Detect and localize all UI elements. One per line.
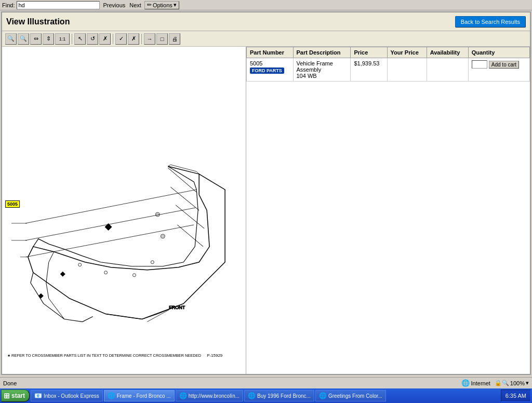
previous-button[interactable]: Previous: [102, 2, 126, 8]
rect-button[interactable]: □: [156, 33, 168, 45]
taskbar-buy-button[interactable]: 🌐 Buy 1996 Ford Bronc...: [244, 390, 314, 401]
svg-line-7: [26, 225, 194, 257]
rotate-left-button[interactable]: ↺: [87, 33, 98, 45]
taskbar-buy-label: Buy 1996 Ford Bronc...: [257, 393, 311, 399]
taskbar-outlook-label: Inbox - Outlook Express: [44, 393, 99, 399]
svg-line-6: [25, 208, 195, 240]
actual-size-icon: 1:1: [59, 36, 66, 42]
svg-line-4: [168, 166, 199, 174]
price-cell: $1,939.53: [351, 58, 387, 82]
select-icon: ↖: [78, 35, 83, 42]
svg-text:P-15929: P-15929: [207, 353, 223, 358]
parts-table: Part Number Part Description Price Your …: [246, 47, 530, 82]
select-button[interactable]: ↖: [74, 33, 86, 45]
toolbar-separator-3: [141, 34, 142, 44]
find-input[interactable]: [17, 1, 100, 9]
arrow-button[interactable]: →: [144, 33, 155, 45]
svg-point-18: [161, 234, 165, 238]
zoom-out-icon: 🔍: [20, 35, 27, 42]
svg-line-5: [25, 190, 196, 223]
clock-area: 6:35 AM: [501, 389, 531, 402]
rotate-left-icon: ↺: [90, 35, 95, 42]
col-part-description: Part Description: [293, 47, 351, 58]
zoom-in-icon: 🔍: [7, 35, 15, 42]
your-price-cell: [387, 58, 427, 82]
confirm-icon: ✓: [119, 35, 124, 42]
zoom-level: 100%: [510, 380, 525, 386]
start-button[interactable]: ⊞ start: [1, 389, 30, 402]
view-header: View Illustration Back to Search Results: [2, 12, 530, 31]
globe-icon: 🌐: [461, 379, 470, 387]
clock-time: 6:35 AM: [506, 393, 526, 399]
svg-text:★ REFER TO CROSSMEMBER PARTS L: ★ REFER TO CROSSMEMBER PARTS LIST IN TEX…: [7, 353, 202, 358]
svg-point-16: [155, 212, 159, 217]
zoom-in-button[interactable]: 🔍: [5, 33, 17, 45]
fit-height-icon: ⇕: [46, 35, 51, 42]
taskbar-greetings-button[interactable]: 🌐 Greetings From Color...: [315, 390, 386, 401]
delete-icon: ✗: [103, 35, 108, 42]
fit-width-icon: ⇔: [34, 35, 38, 42]
find-toolbar: Find: Previous Next ✏ Options ▾: [0, 0, 532, 10]
taskbar-bronco-url-button[interactable]: 🌐 http://www.broncolín...: [176, 390, 243, 401]
svg-marker-11: [105, 223, 112, 231]
find-label: Find:: [2, 2, 15, 8]
parts-panel: Part Number Part Description Price Your …: [246, 47, 530, 374]
taskbar-url-label: http://www.broncolín...: [189, 393, 240, 399]
svg-point-20: [151, 261, 154, 264]
magnify-icon: 🔍: [502, 380, 509, 386]
svg-point-21: [132, 274, 136, 277]
quantity-cell: Add to cart: [468, 58, 529, 82]
availability-cell: [427, 58, 468, 82]
print-button[interactable]: 🖨: [169, 33, 180, 45]
frame-illustration: FRONT: [2, 47, 246, 374]
status-text: Done: [3, 380, 461, 386]
fit-height-button[interactable]: ⇕: [43, 33, 54, 45]
toolbar-separator-2: [113, 34, 113, 44]
confirm-button[interactable]: ✓: [115, 33, 127, 45]
delete-button[interactable]: ✗: [99, 33, 111, 45]
col-your-price: Your Price: [387, 47, 427, 58]
cancel-icon: ✗: [131, 35, 136, 42]
icon-toolbar: 🔍 🔍 ⇔ ⇕ 1:1 ↖ ↺ ✗ ✓ ✗ →: [2, 31, 530, 47]
taskbar: ⊞ start 📧 Inbox - Outlook Express 🌐 Fram…: [0, 388, 532, 403]
desc-line2: Assembly: [297, 66, 348, 73]
actual-size-button[interactable]: 1:1: [55, 33, 70, 45]
zoom-out-button[interactable]: 🔍: [18, 33, 29, 45]
ie-icon-2: 🌐: [179, 392, 187, 399]
outlook-icon: 📧: [34, 392, 42, 399]
page-title: View Illustration: [6, 17, 70, 26]
status-bar: Done 🌐 Internet 🔒 🔍 100% ▾: [0, 377, 532, 388]
ford-parts-badge: FORD PARTS: [250, 68, 284, 74]
quantity-input[interactable]: [472, 60, 487, 69]
svg-marker-12: [60, 272, 65, 277]
desc-line3: 104 WB: [297, 73, 348, 79]
col-quantity: Quantity: [468, 47, 529, 58]
svg-line-3: [177, 225, 203, 247]
table-row: 5005 FORD PARTS Vehicle Frame Assembly 1…: [247, 58, 530, 82]
cancel-button[interactable]: ✗: [128, 33, 139, 45]
dropdown-arrow-icon: ▾: [174, 2, 177, 8]
taskbar-outlook-button[interactable]: 📧 Inbox - Outlook Express: [31, 390, 103, 401]
taskbar-frame-button[interactable]: 🌐 Frame - Ford Bronco ...: [104, 390, 175, 401]
content-area: 5005: [2, 47, 530, 374]
table-header-row: Part Number Part Description Price Your …: [247, 47, 530, 58]
svg-marker-13: [38, 293, 44, 299]
part-number: 5005: [250, 60, 290, 66]
fit-width-button[interactable]: ⇔: [30, 33, 42, 45]
taskbar-frame-label: Frame - Ford Bronco ...: [117, 393, 171, 399]
desc-line1: Vehicle Frame: [297, 60, 348, 66]
options-button[interactable]: ✏ Options ▾: [144, 1, 179, 9]
part-label-5005: 5005: [5, 200, 20, 208]
part-number-cell: 5005 FORD PARTS: [247, 58, 294, 82]
pencil-icon: ✏: [147, 2, 152, 8]
arrow-icon: →: [147, 36, 153, 42]
print-icon: 🖨: [172, 36, 178, 42]
add-to-cart-button[interactable]: Add to cart: [489, 61, 519, 69]
options-label: Options: [153, 2, 172, 8]
col-price: Price: [351, 47, 387, 58]
zoom-arrow-icon: ▾: [526, 380, 529, 386]
next-button[interactable]: Next: [128, 2, 142, 8]
back-to-search-button[interactable]: Back to Search Results: [455, 16, 526, 28]
col-availability: Availability: [427, 47, 468, 58]
lock-icon: 🔒: [495, 380, 502, 386]
